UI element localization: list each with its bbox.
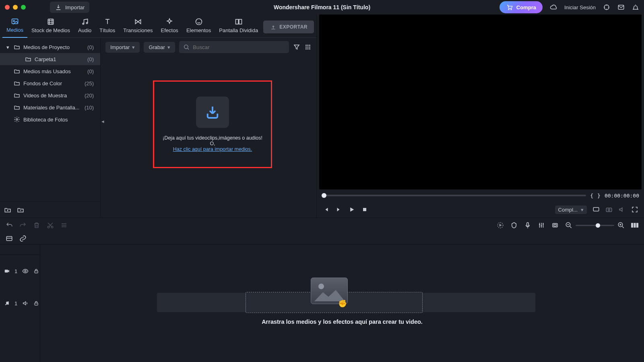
filter-icon[interactable] bbox=[293, 43, 300, 51]
svg-rect-24 bbox=[593, 208, 599, 211]
window-controls bbox=[5, 5, 26, 10]
tab-audio[interactable]: Audio bbox=[74, 15, 95, 37]
sidebar-item[interactable]: Videos de Muestra(20) bbox=[0, 89, 100, 101]
next-frame-button[interactable] bbox=[335, 206, 343, 213]
video-track-number: 1 bbox=[14, 268, 17, 274]
speaker-icon[interactable] bbox=[22, 300, 29, 307]
tab-media[interactable]: Medios bbox=[2, 15, 27, 38]
close-window-button[interactable] bbox=[5, 5, 10, 10]
import-dropdown[interactable]: Importar ▾ bbox=[105, 42, 140, 53]
play-button[interactable] bbox=[348, 206, 355, 213]
dropzone-import-link[interactable]: Haz clic aquí para importar medios. bbox=[173, 146, 252, 152]
zoom-fit-icon[interactable] bbox=[631, 222, 638, 229]
tab-stock[interactable]: Stock de Medios bbox=[27, 15, 74, 37]
preview-scrubber[interactable] bbox=[322, 195, 586, 196]
lock-icon[interactable] bbox=[33, 267, 39, 275]
svg-point-7 bbox=[83, 23, 84, 24]
minimize-window-button[interactable] bbox=[13, 5, 18, 10]
sidebar-item[interactable]: Medios más Usados(0) bbox=[0, 65, 100, 77]
timeline-canvas[interactable]: ✊ Arrastra los medios y los efectos aquí… bbox=[40, 245, 644, 362]
timeline-hint: Arrastra los medios y los efectos aquí p… bbox=[262, 319, 423, 325]
tab-effects[interactable]: Efectos bbox=[157, 15, 182, 37]
svg-point-16 bbox=[309, 45, 310, 46]
notification-icon[interactable] bbox=[632, 4, 639, 11]
lock-icon[interactable] bbox=[33, 300, 39, 307]
preview-viewport[interactable] bbox=[319, 14, 642, 189]
sidebar-item[interactable]: Materiales de Pantalla...(10) bbox=[0, 101, 100, 113]
scrubber-playhead[interactable] bbox=[322, 193, 326, 198]
record-dropdown[interactable]: Grabar ▾ bbox=[144, 42, 175, 53]
chevron-down-icon: ▾ bbox=[132, 44, 135, 50]
sidebar-item-count: (10) bbox=[85, 105, 96, 111]
svg-point-42 bbox=[5, 304, 6, 305]
volume-icon[interactable] bbox=[618, 206, 625, 213]
mark-in-button[interactable]: { bbox=[590, 193, 593, 199]
mark-out-button[interactable]: } bbox=[597, 193, 601, 199]
sidebar-item[interactable]: Biblioteca de Fotos bbox=[0, 113, 100, 125]
dropzone-tile bbox=[196, 97, 229, 128]
sidebar-item[interactable]: Carpeta1(0) bbox=[0, 53, 100, 65]
redo-button[interactable] bbox=[19, 222, 27, 229]
svg-rect-44 bbox=[35, 303, 38, 305]
chevron-down-icon: ▾ bbox=[581, 207, 584, 213]
delete-folder-icon[interactable] bbox=[17, 206, 24, 214]
sidebar-item-label: Medios de Proyecto bbox=[23, 44, 70, 50]
delete-button[interactable] bbox=[33, 222, 40, 229]
film-icon bbox=[47, 18, 55, 26]
display-mode-icon[interactable] bbox=[592, 206, 600, 213]
link-icon[interactable] bbox=[19, 235, 27, 242]
eye-icon[interactable] bbox=[22, 267, 29, 275]
svg-rect-41 bbox=[35, 271, 38, 273]
purchase-button[interactable]: Compra bbox=[500, 1, 543, 13]
video-track-icon bbox=[4, 267, 10, 275]
prev-frame-button[interactable] bbox=[322, 206, 330, 213]
snapshot-icon[interactable] bbox=[605, 206, 613, 213]
cloud-icon[interactable] bbox=[550, 4, 557, 11]
tab-transitions[interactable]: Transiciones bbox=[119, 15, 157, 37]
tab-elements[interactable]: Elementos bbox=[182, 15, 215, 37]
grid-view-icon[interactable] bbox=[304, 43, 312, 51]
new-folder-icon[interactable] bbox=[4, 206, 11, 214]
stop-button[interactable] bbox=[361, 206, 368, 213]
sidebar-item[interactable]: ▾Medios de Proyecto(0) bbox=[0, 41, 100, 53]
export-button[interactable]: EXPORTAR bbox=[263, 21, 314, 33]
tab-label: Stock de Medios bbox=[31, 27, 70, 33]
cut-button[interactable] bbox=[47, 222, 54, 229]
tab-splitscreen[interactable]: Pantalla Dividida bbox=[215, 15, 262, 37]
import-button[interactable]: Importar bbox=[50, 2, 89, 13]
sidebar-item[interactable]: Fondos de Color(25) bbox=[0, 77, 100, 89]
support-icon[interactable] bbox=[603, 4, 610, 11]
zoom-slider-thumb[interactable] bbox=[596, 223, 600, 228]
zoom-in-icon[interactable] bbox=[617, 222, 625, 229]
search-input[interactable] bbox=[193, 44, 285, 50]
crop-icon[interactable] bbox=[551, 222, 559, 229]
fullscreen-icon[interactable] bbox=[631, 206, 638, 213]
zoom-out-icon[interactable] bbox=[565, 222, 572, 229]
sidebar-item-label: Fondos de Color bbox=[23, 80, 62, 86]
voiceover-icon[interactable] bbox=[524, 222, 531, 229]
tab-titles[interactable]: Títulos bbox=[95, 15, 119, 37]
timeline-toolbar bbox=[0, 218, 644, 232]
tab-label: Audio bbox=[78, 27, 91, 33]
login-link[interactable]: Iniciar Sesión bbox=[564, 4, 596, 10]
timeline-mode-icon[interactable] bbox=[6, 235, 13, 242]
settings-lines-icon[interactable] bbox=[60, 222, 68, 229]
fullscreen-window-button[interactable] bbox=[21, 5, 26, 10]
media-sidebar: ▾Medios de Proyecto(0)Carpeta1(0)Medios … bbox=[0, 38, 101, 218]
mail-icon[interactable] bbox=[617, 4, 625, 11]
search-field[interactable] bbox=[179, 41, 289, 53]
sidebar-item-count: (20) bbox=[85, 93, 96, 99]
svg-rect-30 bbox=[527, 222, 529, 226]
cart-icon bbox=[506, 4, 513, 11]
video-track-header: 1 bbox=[0, 255, 40, 287]
marker-icon[interactable] bbox=[510, 222, 518, 229]
audio-mixer-icon[interactable] bbox=[538, 222, 545, 229]
fit-dropdown[interactable]: Compl... ▾ bbox=[555, 206, 587, 214]
media-dropzone[interactable]: ¡Deja aquí tus videoclips,imágenes o aud… bbox=[153, 80, 272, 168]
svg-point-20 bbox=[305, 48, 307, 49]
zoom-slider[interactable] bbox=[576, 225, 614, 226]
render-preview-icon[interactable] bbox=[497, 222, 504, 229]
svg-rect-11 bbox=[239, 19, 242, 24]
undo-button[interactable] bbox=[6, 222, 13, 229]
svg-rect-31 bbox=[553, 224, 557, 227]
